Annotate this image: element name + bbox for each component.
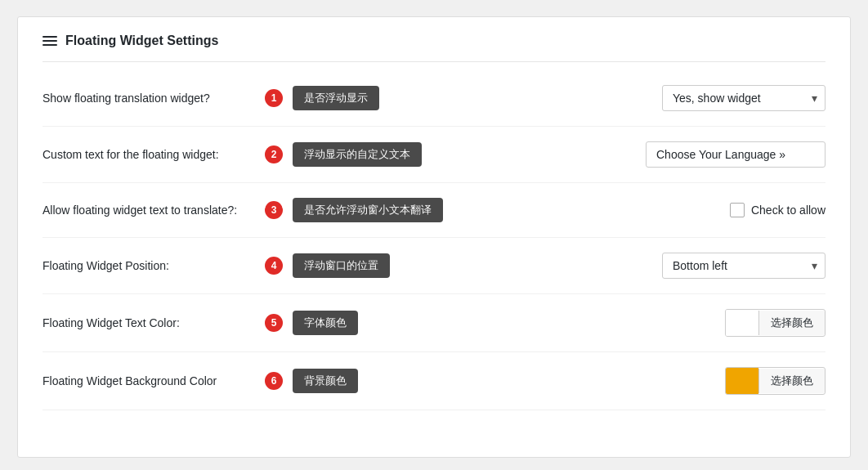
- select-wrapper-show-widget: Yes, show widgetNo, hide widget: [662, 85, 825, 111]
- hamburger-icon: [43, 36, 57, 46]
- panel-header: Floating Widget Settings: [43, 34, 825, 62]
- row-label-text-color: Floating Widget Text Color:: [43, 316, 255, 329]
- color-choose-btn-bg-color[interactable]: 选择颜色: [758, 369, 825, 393]
- panel-title: Floating Widget Settings: [65, 34, 218, 48]
- color-picker-text-color: 选择颜色: [725, 309, 825, 337]
- color-swatch-text-color[interactable]: [726, 310, 758, 336]
- badge-bg-color: 6: [265, 372, 283, 390]
- settings-row-allow-translate: Allow floating widget text to translate?…: [43, 183, 825, 238]
- tooltip-text-color: 字体颜色: [293, 311, 358, 335]
- badge-show-widget: 1: [265, 89, 283, 107]
- color-swatch-bg-color[interactable]: [726, 368, 758, 394]
- settings-rows: Show floating translation widget?1是否浮动显示…: [43, 70, 825, 410]
- settings-row-bg-color: Floating Widget Background Color6背景颜色选择颜…: [43, 352, 825, 410]
- row-label-allow-translate: Allow floating widget text to translate?…: [43, 204, 255, 217]
- control-area-bg-color: 选择颜色: [725, 367, 825, 395]
- badge-allow-translate: 3: [265, 201, 283, 219]
- select-show-widget[interactable]: Yes, show widgetNo, hide widget: [662, 85, 825, 111]
- row-label-custom-text: Custom text for the floating widget:: [43, 148, 255, 161]
- row-label-bg-color: Floating Widget Background Color: [43, 374, 255, 387]
- row-label-position: Floating Widget Position:: [43, 259, 255, 272]
- tooltip-bg-color: 背景颜色: [293, 369, 358, 393]
- color-picker-bg-color: 选择颜色: [725, 367, 825, 395]
- settings-row-text-color: Floating Widget Text Color:5字体颜色选择颜色: [43, 294, 825, 352]
- control-area-allow-translate: Check to allow: [730, 203, 825, 217]
- floating-widget-settings-panel: Floating Widget Settings Show floating t…: [17, 16, 851, 458]
- badge-position: 4: [265, 257, 283, 275]
- settings-row-position: Floating Widget Position:4浮动窗口的位置Bottom …: [43, 238, 825, 294]
- tooltip-custom-text: 浮动显示的自定义文本: [293, 142, 422, 167]
- text-input-custom-text[interactable]: [646, 141, 825, 168]
- control-area-text-color: 选择颜色: [725, 309, 825, 337]
- control-area-show-widget: Yes, show widgetNo, hide widget: [662, 85, 825, 111]
- badge-text-color: 5: [265, 314, 283, 332]
- tooltip-position: 浮动窗口的位置: [293, 253, 390, 278]
- settings-row-show-widget: Show floating translation widget?1是否浮动显示…: [43, 70, 825, 127]
- color-choose-btn-text-color[interactable]: 选择颜色: [758, 311, 825, 335]
- select-wrapper-position: Bottom leftBottom rightTop leftTop right: [662, 253, 825, 279]
- tooltip-allow-translate: 是否允许浮动窗小文本翻译: [293, 198, 443, 222]
- row-label-show-widget: Show floating translation widget?: [43, 92, 255, 105]
- control-area-custom-text: [646, 141, 825, 168]
- checkbox-label-allow-translate: Check to allow: [751, 204, 825, 217]
- checkbox-allow-translate[interactable]: [730, 203, 745, 217]
- badge-custom-text: 2: [265, 145, 283, 163]
- select-position[interactable]: Bottom leftBottom rightTop leftTop right: [662, 253, 825, 279]
- control-area-position: Bottom leftBottom rightTop leftTop right: [662, 253, 825, 279]
- tooltip-show-widget: 是否浮动显示: [293, 86, 379, 110]
- settings-row-custom-text: Custom text for the floating widget:2浮动显…: [43, 127, 825, 183]
